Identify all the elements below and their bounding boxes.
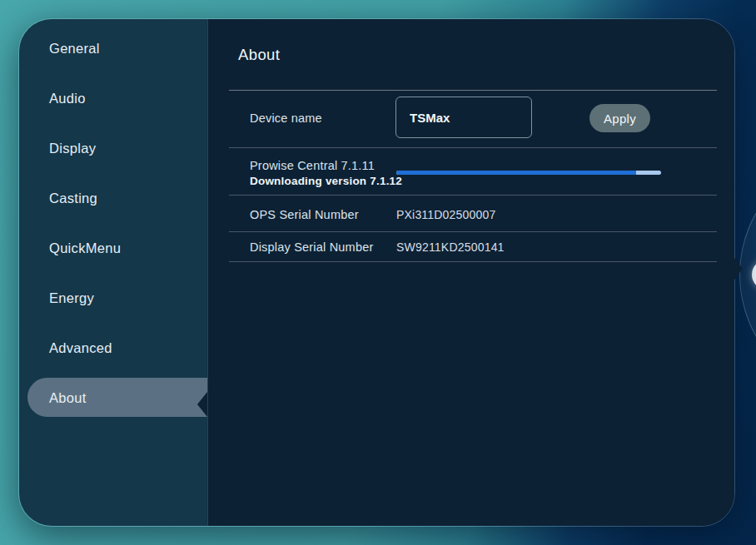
apply-button[interactable]: Apply [589,104,650,132]
sidebar-item-display[interactable]: Display [19,123,207,173]
sidebar-item-label: Energy [49,290,94,306]
display-serial-value: SW9211KD2500141 [396,240,505,254]
sidebar-item-label: About [49,390,87,406]
sidebar-item-label: Advanced [49,340,112,356]
divider [229,195,717,196]
ops-serial-value: PXi311D02500007 [396,208,496,221]
sidebar-item-audio[interactable]: Audio [19,73,207,123]
sidebar-item-label: Casting [49,191,97,206]
selected-item-notch [197,392,207,417]
settings-dialog: General Audio Display Casting QuickMenu … [18,18,735,527]
display-serial-label: Display Serial Number [250,240,373,254]
sidebar-item-label: General [49,41,100,57]
sidebar-item-about[interactable]: About [19,373,207,423]
page-title: About [238,46,280,64]
divider [229,261,717,262]
sidebar-item-label: QuickMenu [49,240,121,256]
sidebar-item-label: Display [49,141,96,156]
divider [229,231,717,232]
ops-serial-label: OPS Serial Number [250,208,359,221]
sidebar-item-energy[interactable]: Energy [19,273,207,323]
sidebar-item-casting[interactable]: Casting [19,173,207,223]
about-panel: About Device name Apply Prowise Central … [207,19,734,526]
sidebar-item-general[interactable]: General [19,23,207,73]
version-label: Prowise Central 7.1.11 [250,159,375,172]
divider [229,147,717,148]
sidebar-item-label: Audio [49,91,86,107]
update-progress-fill [396,171,636,175]
download-status-label: Downloading version 7.1.12 [250,175,402,187]
divider [229,90,717,91]
panel-slide-handle-icon[interactable] [734,258,743,280]
settings-sidebar: General Audio Display Casting QuickMenu … [19,19,207,526]
sidebar-item-quickmenu[interactable]: QuickMenu [19,223,207,273]
sidebar-item-advanced[interactable]: Advanced [19,323,207,373]
device-name-input[interactable] [395,97,532,138]
update-progress-bar [396,171,661,175]
device-name-label: Device name [250,111,322,125]
